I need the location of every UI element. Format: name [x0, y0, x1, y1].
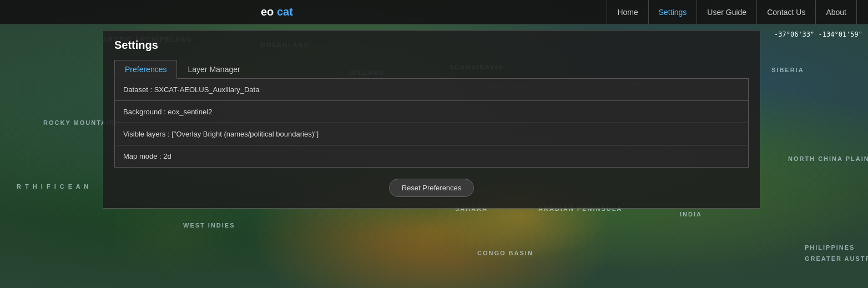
nav-link-contact-us[interactable]: Contact Us: [757, 0, 816, 24]
nav-link-about[interactable]: About: [816, 0, 857, 24]
tab-content: Dataset : SXCAT-AEOLUS_Auxiliary_DataBac…: [114, 79, 749, 168]
nav-link-user-guide[interactable]: User Guide: [697, 0, 757, 24]
tab-preferences[interactable]: Preferences: [114, 60, 177, 79]
navbar: eo cat HomeSettingsUser GuideContact UsA…: [0, 0, 868, 24]
preference-row: Visible layers : ["Overlay Bright (names…: [115, 123, 748, 145]
button-row: Reset Preferences: [114, 179, 749, 197]
tab-bar: PreferencesLayer Manager: [114, 60, 749, 79]
nav-link-home[interactable]: Home: [607, 0, 648, 24]
nav-links: HomeSettingsUser GuideContact UsAbout: [607, 0, 857, 24]
coordinates: -37°06'33" -134°01'59": [774, 31, 862, 38]
preference-row: Map mode : 2d: [115, 145, 748, 167]
tab-layer-manager[interactable]: Layer Manager: [177, 60, 250, 79]
nav-link-settings[interactable]: Settings: [649, 0, 698, 24]
settings-title: Settings: [114, 39, 749, 52]
settings-panel: Settings PreferencesLayer Manager Datase…: [103, 30, 760, 209]
reset-preferences-button[interactable]: Reset Preferences: [389, 179, 475, 197]
preference-row: Background : eox_sentinel2: [115, 101, 748, 123]
preference-row: Dataset : SXCAT-AEOLUS_Auxiliary_Data: [115, 79, 748, 101]
brand: eo cat: [261, 6, 293, 18]
